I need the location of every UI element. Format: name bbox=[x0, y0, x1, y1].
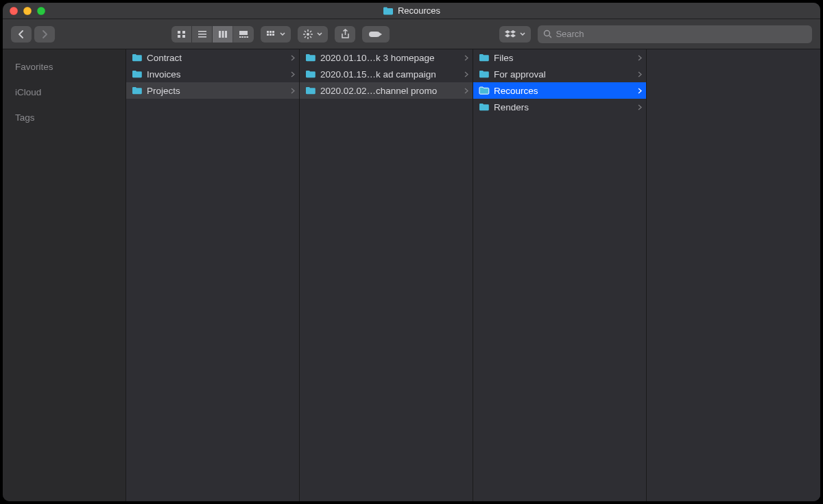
folder-icon bbox=[132, 53, 143, 62]
list-item[interactable]: For approval bbox=[473, 66, 646, 82]
svg-rect-20 bbox=[272, 34, 274, 36]
titlebar: Recources bbox=[3, 3, 820, 19]
disclosure-chevron bbox=[464, 88, 468, 94]
list-item[interactable]: Recources bbox=[473, 82, 646, 99]
svg-rect-6 bbox=[198, 36, 206, 38]
body: Favorites iCloud Tags ContractInvoicesPr… bbox=[3, 49, 820, 501]
disclosure-chevron bbox=[638, 55, 642, 61]
chevron-right-icon bbox=[638, 88, 642, 94]
svg-rect-0 bbox=[178, 31, 180, 34]
share-button[interactable] bbox=[335, 26, 355, 43]
back-button[interactable] bbox=[11, 26, 32, 43]
svg-point-21 bbox=[307, 33, 309, 36]
svg-rect-17 bbox=[272, 31, 274, 33]
groupby-dropdown[interactable] bbox=[261, 26, 291, 43]
disclosure-chevron bbox=[638, 71, 642, 77]
action-dropdown[interactable] bbox=[298, 26, 328, 43]
view-list-button[interactable] bbox=[192, 26, 213, 43]
svg-line-27 bbox=[310, 36, 311, 38]
svg-rect-1 bbox=[182, 31, 185, 34]
column-3[interactable] bbox=[647, 49, 820, 501]
svg-rect-12 bbox=[242, 36, 244, 38]
view-icons-button[interactable] bbox=[171, 26, 192, 43]
window-controls bbox=[10, 7, 45, 15]
svg-rect-15 bbox=[267, 31, 269, 33]
window-title: Recources bbox=[3, 5, 820, 16]
finder-window: Recources bbox=[3, 3, 820, 501]
chevron-right-icon bbox=[464, 71, 468, 77]
forward-button[interactable] bbox=[34, 26, 55, 43]
column-0[interactable]: ContractInvoicesProjects bbox=[126, 49, 300, 501]
chevron-down-icon bbox=[520, 32, 525, 36]
disclosure-chevron bbox=[638, 104, 642, 110]
svg-rect-16 bbox=[270, 31, 272, 33]
chevron-right-icon bbox=[638, 104, 642, 110]
folder-icon bbox=[479, 86, 490, 95]
chevron-right-icon bbox=[40, 29, 49, 39]
item-label: 2020.01.10…k 3 homepage bbox=[320, 53, 460, 63]
dropbox-icon bbox=[505, 29, 516, 39]
list-item[interactable]: Invoices bbox=[126, 66, 299, 82]
svg-rect-13 bbox=[244, 36, 246, 38]
close-button[interactable] bbox=[10, 7, 18, 15]
svg-rect-3 bbox=[182, 35, 185, 38]
svg-rect-2 bbox=[178, 35, 180, 38]
folder-icon bbox=[479, 70, 490, 78]
folder-icon bbox=[383, 7, 394, 15]
view-mode-segment bbox=[171, 26, 254, 43]
list-item[interactable]: 2020.01.15…k ad campaign bbox=[300, 66, 473, 82]
dropbox-dropdown[interactable] bbox=[499, 26, 531, 43]
svg-rect-4 bbox=[198, 31, 206, 32]
list-item[interactable]: Contract bbox=[126, 49, 299, 66]
share-icon bbox=[341, 29, 350, 39]
item-label: 2020.02.02…channel promo bbox=[320, 86, 460, 96]
search-field[interactable] bbox=[538, 25, 812, 43]
search-input[interactable] bbox=[556, 29, 807, 39]
list-item[interactable]: Renders bbox=[473, 99, 646, 115]
svg-rect-10 bbox=[239, 31, 248, 35]
svg-rect-11 bbox=[239, 36, 241, 38]
folder-icon bbox=[479, 53, 490, 62]
list-item[interactable]: 2020.02.02…channel promo bbox=[300, 82, 473, 99]
folder-icon bbox=[305, 86, 316, 95]
chevron-down-icon bbox=[280, 32, 285, 36]
svg-rect-7 bbox=[219, 31, 221, 38]
list-item[interactable]: Projects bbox=[126, 82, 299, 99]
sidebar: Favorites iCloud Tags bbox=[3, 49, 126, 501]
svg-rect-18 bbox=[267, 34, 269, 36]
minimize-button[interactable] bbox=[23, 7, 32, 15]
svg-line-32 bbox=[549, 36, 551, 38]
disclosure-chevron bbox=[464, 55, 468, 61]
sidebar-section-tags[interactable]: Tags bbox=[3, 108, 126, 127]
column-1[interactable]: 2020.01.10…k 3 homepage2020.01.15…k ad c… bbox=[300, 49, 473, 501]
folder-icon bbox=[305, 53, 316, 62]
svg-rect-14 bbox=[247, 36, 249, 38]
chevron-left-icon bbox=[17, 29, 25, 39]
folder-icon bbox=[132, 70, 143, 78]
item-label: 2020.01.15…k ad campaign bbox=[320, 69, 460, 80]
search-icon bbox=[543, 29, 551, 38]
zoom-button[interactable] bbox=[37, 7, 45, 15]
chevron-right-icon bbox=[638, 55, 642, 61]
column-2[interactable]: FilesFor approvalRecourcesRenders bbox=[473, 49, 647, 501]
view-gallery-button[interactable] bbox=[233, 26, 254, 43]
disclosure-chevron bbox=[291, 88, 295, 94]
chevron-right-icon bbox=[291, 55, 295, 61]
sidebar-section-favorites[interactable]: Favorites bbox=[3, 58, 126, 76]
item-label: Invoices bbox=[147, 69, 287, 80]
chevron-down-icon bbox=[317, 32, 322, 36]
window-title-text: Recources bbox=[398, 5, 440, 16]
sidebar-section-icloud[interactable]: iCloud bbox=[3, 83, 126, 101]
chevron-right-icon bbox=[291, 71, 295, 77]
folder-icon bbox=[132, 86, 143, 95]
tags-button[interactable] bbox=[362, 26, 390, 43]
view-columns-button[interactable] bbox=[213, 26, 233, 43]
list-item[interactable]: 2020.01.10…k 3 homepage bbox=[300, 49, 473, 66]
list-item[interactable]: Files bbox=[473, 49, 646, 66]
toolbar bbox=[3, 19, 820, 49]
grid-icon bbox=[177, 30, 187, 38]
svg-line-29 bbox=[305, 36, 306, 38]
svg-point-31 bbox=[545, 31, 550, 36]
item-label: For approval bbox=[494, 69, 634, 80]
gear-icon bbox=[303, 29, 313, 39]
